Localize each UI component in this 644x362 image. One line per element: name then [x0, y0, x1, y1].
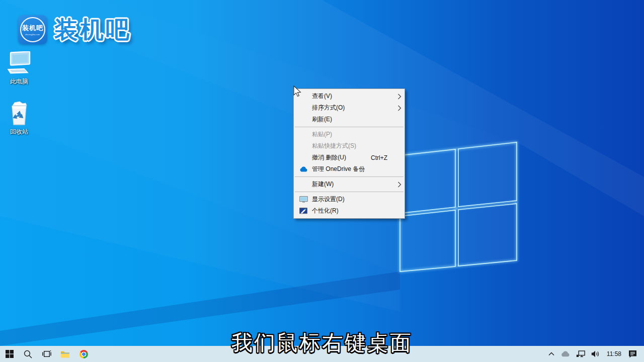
menu-item-display-settings[interactable]: 显示设置(D): [294, 194, 405, 205]
brand-app-icon: 装机吧 zhuangjiba.com: [18, 15, 47, 44]
menu-item-label: 管理 OneDrive 备份: [312, 165, 393, 173]
brand-logo: 装机吧 zhuangjiba.com 装机吧: [18, 15, 131, 44]
menu-item-label: 粘贴快捷方式(S): [312, 142, 393, 150]
menu-separator: [295, 192, 404, 192]
menu-item-undo-delete[interactable]: 撤消 删除(U) Ctrl+Z: [294, 152, 405, 163]
menu-item-refresh[interactable]: 刷新(E): [294, 114, 405, 125]
menu-item-label: 排序方式(O): [312, 104, 393, 112]
desktop-context-menu: 查看(V) 排序方式(O) 刷新(E) 粘贴(P) 粘贴快捷方式(S) 撤消 删…: [293, 88, 405, 219]
personalization-icon: [295, 207, 312, 216]
menu-item-label: 显示设置(D): [312, 195, 393, 204]
menu-item-sort-by[interactable]: 排序方式(O): [294, 102, 405, 114]
recycle-bin-icon: [8, 100, 31, 126]
brand-icon-caption: zhuangjiba.com: [25, 33, 40, 35]
menu-item-label: 查看(V): [312, 92, 393, 101]
submenu-arrow-icon: [393, 105, 401, 111]
brand-app-icon-circle: 装机吧 zhuangjiba.com: [20, 17, 45, 42]
mouse-cursor: [292, 85, 302, 98]
desktop-icon-label: 此电脑: [10, 77, 28, 86]
onedrive-cloud-icon: [295, 165, 312, 174]
this-pc-icon: [6, 51, 32, 75]
menu-item-paste-shortcut: 粘贴快捷方式(S): [294, 140, 405, 152]
brand-wordmark: 装机吧: [54, 15, 131, 44]
desktop-icon-this-pc[interactable]: 此电脑: [0, 51, 38, 86]
menu-item-paste: 粘贴(P): [294, 129, 405, 140]
menu-item-label: 撤消 删除(U): [312, 153, 371, 162]
menu-item-personalize[interactable]: 个性化(R): [294, 205, 405, 217]
display-settings-icon: [295, 195, 312, 204]
menu-item-label: 新建(W): [312, 180, 393, 189]
menu-separator: [295, 127, 404, 127]
menu-item-label: 个性化(R): [312, 207, 393, 215]
desktop-icon-label: 回收站: [10, 128, 28, 136]
submenu-arrow-icon: [393, 182, 401, 188]
brand-icon-text: 装机吧: [22, 24, 43, 33]
menu-item-label: 粘贴(P): [312, 130, 393, 139]
submenu-arrow-icon: [393, 94, 401, 100]
video-subtitle: 我们鼠标右键桌面: [0, 329, 644, 357]
menu-item-shortcut: Ctrl+Z: [371, 154, 387, 161]
menu-separator: [295, 176, 404, 177]
menu-item-view[interactable]: 查看(V): [294, 90, 405, 102]
menu-item-manage-onedrive-backup[interactable]: 管理 OneDrive 备份: [294, 163, 405, 175]
desktop-icon-recycle-bin[interactable]: 回收站: [0, 100, 38, 136]
menu-item-new[interactable]: 新建(W): [294, 178, 405, 190]
menu-item-label: 刷新(E): [312, 115, 393, 124]
